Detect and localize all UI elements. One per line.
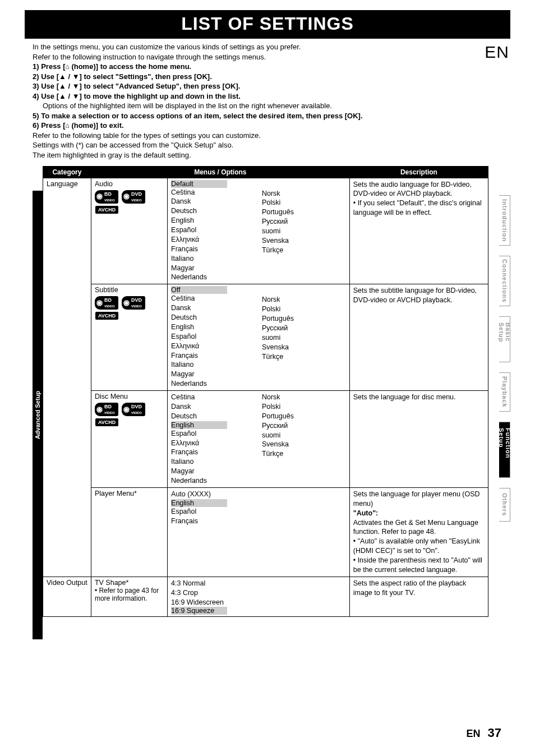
home-icon: ⌂	[66, 63, 70, 71]
option-item: Dansk	[171, 402, 255, 412]
section-tab-label: Basic Setup	[498, 322, 511, 356]
menu-label: TV Shape*	[95, 579, 164, 587]
section-tab-function-setup[interactable]: Function Setup	[499, 422, 510, 478]
cell-options-col1: Auto (XXXX) English EspañolFrançais	[168, 487, 259, 577]
option-item: Polski	[262, 198, 346, 208]
intro-text: In the settings menu, you can customize …	[33, 42, 502, 160]
section-tab-introduction[interactable]: Introduction	[499, 195, 510, 246]
option-item: • If you select "Default", the disc's or…	[353, 199, 485, 218]
option-item: Dansk	[171, 303, 255, 313]
option-item: Deutsch	[171, 412, 255, 421]
option-item: Türkçe	[262, 246, 346, 255]
post-line: Settings with (*) can be accessed from t…	[33, 140, 502, 150]
language-indicator: EN	[485, 43, 509, 62]
menu-label: Player Menu*	[95, 490, 164, 497]
step-1: 1) Press [⌂ (home)] to access the home m…	[33, 62, 502, 72]
post-line: Refer to the following table for the typ…	[33, 131, 502, 141]
default-option: English	[171, 499, 227, 507]
option-item: Ceština	[171, 393, 255, 402]
cell-options-col2	[259, 577, 349, 617]
option-item: 16:9 Widescreen	[171, 598, 255, 607]
option-item: Norsk	[262, 189, 346, 199]
section-tab-label: Playback	[501, 376, 508, 408]
cell-description: Sets the audio language for BD-video, DV…	[349, 178, 488, 284]
cell-options-col1: Off CeštinaDanskDeutschEnglishEspañolΕλλ…	[168, 284, 259, 391]
option-item: Français	[171, 245, 255, 254]
option-item: Svenska	[262, 440, 346, 449]
menu-label: Audio	[95, 180, 164, 188]
option-item: Deutsch	[171, 206, 255, 216]
cell-options-col2	[259, 487, 349, 577]
option-item: Norsk	[262, 393, 346, 402]
default-option: 16:9 Squeeze	[171, 607, 227, 615]
option-item: Türkçe	[262, 352, 346, 362]
bd-badge: BDVIDEO	[95, 403, 118, 416]
option-item: Nederlands	[171, 476, 255, 486]
dvd-badge: DVDVIDEO	[122, 190, 145, 204]
option-item: Ελληνικά	[171, 342, 255, 351]
section-tab-connections[interactable]: Connections	[499, 256, 510, 306]
desc-line: "Auto":	[353, 509, 485, 518]
cell-description: Sets the language for player menu (OSD m…	[349, 487, 488, 577]
cell-menu-playermenu: Player Menu*	[91, 487, 167, 577]
th-description: Description	[349, 166, 488, 178]
option-item: Türkçe	[262, 449, 346, 459]
footer-page-number: 37	[488, 726, 501, 740]
cell-description: Sets the language for disc menu.	[349, 391, 488, 488]
option-item: Magyar	[171, 370, 255, 379]
option-item: Magyar	[171, 467, 255, 476]
option-item: Ceština	[171, 188, 255, 197]
menu-sublabel: • Refer to page 43 for more information.	[95, 587, 164, 602]
option-item: Polski	[262, 402, 346, 412]
intro-line: Refer to the following instruction to na…	[33, 52, 502, 62]
default-option: Default	[171, 180, 227, 188]
section-tab-others[interactable]: Others	[499, 488, 510, 522]
cell-menu-subtitle: Subtitle BDVIDEO DVDVIDEO AVCHD	[91, 284, 167, 391]
section-tab-playback[interactable]: Playback	[499, 372, 510, 412]
option-item: Deutsch	[171, 313, 255, 322]
option-item: Français	[171, 517, 255, 526]
step-3: 3) Use [▲ / ▼] to select "Advanced Setup…	[33, 81, 502, 91]
option-item: Sets the aspect ratio of the playback im…	[353, 579, 485, 598]
home-icon: ⌂	[66, 122, 70, 130]
option-item: Français	[171, 448, 255, 457]
option-item: Ceština	[171, 294, 255, 303]
desc-line: • Inside the parenthesis next to "Auto" …	[353, 556, 485, 575]
step-2: 2) Use [▲ / ▼] to select "Settings", the…	[33, 72, 502, 82]
desc-line: Sets the language for player menu (OSD m…	[353, 490, 485, 509]
settings-table: Category Menus / Options Description Lan…	[43, 166, 488, 617]
option-item: Italiano	[171, 360, 255, 370]
section-tab-label: Introduction	[501, 199, 508, 242]
page-title: LIST OF SETTINGS	[25, 10, 510, 39]
option-item: Español	[171, 332, 255, 342]
cell-options-col1: Default CeštinaDanskDeutschEnglishEspaño…	[168, 178, 259, 284]
option-item: Auto (XXXX)	[171, 490, 255, 499]
menu-label: Disc Menu	[95, 393, 164, 400]
section-tab-label: Function Setup	[498, 428, 511, 472]
section-tab-basic-setup[interactable]: Basic Setup	[499, 316, 510, 362]
option-item: suomi	[262, 431, 346, 440]
step-6: 6) Press [⌂ (home)] to exit.	[33, 121, 502, 131]
cell-category-video: Video Output	[43, 577, 91, 617]
desc-line: Activates the Get & Set Menu Language fu…	[353, 518, 485, 537]
option-item: Sets the subtitle language for BD-video,…	[353, 286, 485, 305]
option-item: Svenska	[262, 343, 346, 352]
cell-options-col1: CeštinaDanskDeutsch English EspañolΕλλην…	[168, 391, 259, 488]
option-item: Русский	[262, 324, 346, 333]
option-item: Español	[171, 225, 255, 235]
option-item: suomi	[262, 227, 346, 236]
option-item: Dansk	[171, 197, 255, 206]
intro-line: In the settings menu, you can customize …	[33, 42, 502, 52]
option-item: Русский	[262, 217, 346, 227]
section-tab-label: Connections	[501, 259, 508, 303]
option-item: suomi	[262, 333, 346, 343]
option-item: Português	[262, 314, 346, 324]
bd-badge: BDVIDEO	[95, 296, 118, 310]
left-section-tab: Advanced Setup	[33, 191, 43, 639]
cell-options-col1: 4:3 Normal4:3 Crop16:9 Widescreen 16:9 S…	[168, 577, 259, 617]
desc-line: • "Auto" is available only when "EasyLin…	[353, 537, 485, 556]
section-tab-label: Others	[501, 493, 508, 516]
cell-options-col2: NorskPolskiPortuguêsРусскийsuomiSvenskaT…	[259, 178, 349, 284]
option-item: Magyar	[171, 264, 255, 273]
right-section-tabs: IntroductionConnectionsBasic SetupPlayba…	[499, 195, 510, 522]
